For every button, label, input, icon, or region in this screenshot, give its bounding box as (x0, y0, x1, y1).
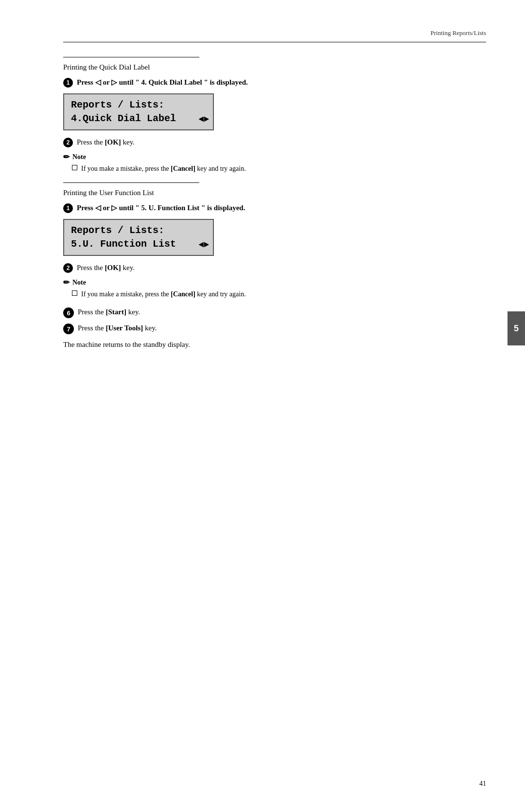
step-text-1: Press ◁ or ▷ until " 4. Quick Dial Label… (77, 77, 248, 88)
step-text-2: Press the [OK] key. (77, 137, 135, 147)
lcd-arrow-quick-dial: ◄► (198, 113, 209, 126)
note-label-1: Note (72, 153, 86, 161)
closing-text: The machine returns to the standby displ… (63, 339, 486, 350)
section-heading-quick-dial: Printing the Quick Dial Label (63, 63, 486, 72)
note-checkbox-2 (72, 290, 77, 296)
header-title: Printing Reports/Lists (431, 29, 486, 37)
lcd-arrow-user-func: ◄► (198, 239, 209, 251)
lcd-display-quick-dial: Reports / Lists: 4.Quick Dial Label ◄► (63, 93, 214, 130)
note-item-2: If you make a mistake, press the [Cancel… (72, 289, 486, 299)
note-text-1: If you make a mistake, press the [Cancel… (81, 163, 246, 174)
step-number-1: 1 (63, 78, 73, 88)
note-section-user-func: ✏ Note If you make a mistake, press the … (63, 278, 486, 299)
step-quick-dial-1: 1 Press ◁ or ▷ until " 4. Quick Dial Lab… (63, 77, 486, 88)
note-section-quick-dial: ✏ Note If you make a mistake, press the … (63, 152, 486, 174)
step-user-func-1: 1 Press ◁ or ▷ until " 5. U. Function Li… (63, 203, 486, 213)
step-number-6: 6 (63, 307, 74, 318)
note-label-2: Note (72, 279, 86, 287)
lcd-line1-quick-dial: Reports / Lists: (71, 98, 206, 112)
step-number-7: 7 (63, 324, 74, 334)
note-text-2: If you make a mistake, press the [Cancel… (81, 289, 246, 299)
step-text-uf-2: Press the [OK] key. (77, 263, 135, 273)
lcd-line2-quick-dial: 4.Quick Dial Label (71, 112, 206, 126)
lcd-display-user-func: Reports / Lists: 5.U. Function List ◄► (63, 219, 214, 256)
note-item-1: If you make a mistake, press the [Cancel… (72, 163, 486, 174)
step-number-uf-2: 2 (63, 263, 73, 273)
lcd-line2-user-func: 5.U. Function List (71, 237, 206, 251)
note-icon-2: ✏ (63, 278, 70, 287)
top-header: Printing Reports/Lists (63, 29, 486, 42)
step-text-7: Press the [User Tools] key. (78, 323, 157, 333)
section-divider-1 (63, 57, 199, 57)
step-user-func-2: 2 Press the [OK] key. (63, 263, 486, 273)
final-step-6: 6 Press the [Start] key. (63, 307, 486, 318)
step-text-6: Press the [Start] key. (78, 307, 140, 317)
lcd-line1-user-func: Reports / Lists: (71, 224, 206, 237)
step-number-uf-1: 1 (63, 203, 73, 213)
note-checkbox-1 (72, 165, 77, 170)
note-icon-1: ✏ (63, 152, 70, 162)
final-step-7: 7 Press the [User Tools] key. (63, 323, 486, 334)
section-heading-user-function: Printing the User Function List (63, 189, 486, 197)
step-text-uf-1: Press ◁ or ▷ until " 5. U. Function List… (77, 203, 245, 213)
step-quick-dial-2: 2 Press the [OK] key. (63, 137, 486, 147)
section-divider-2 (63, 182, 199, 183)
note-header-2: ✏ Note (63, 278, 486, 287)
right-tab: 5 (508, 311, 525, 345)
page-number: 41 (479, 780, 486, 788)
page-container: Printing Reports/Lists Printing the Quic… (0, 0, 525, 812)
step-number-2: 2 (63, 138, 73, 147)
right-tab-text: 5 (514, 324, 519, 334)
note-header-1: ✏ Note (63, 152, 486, 162)
